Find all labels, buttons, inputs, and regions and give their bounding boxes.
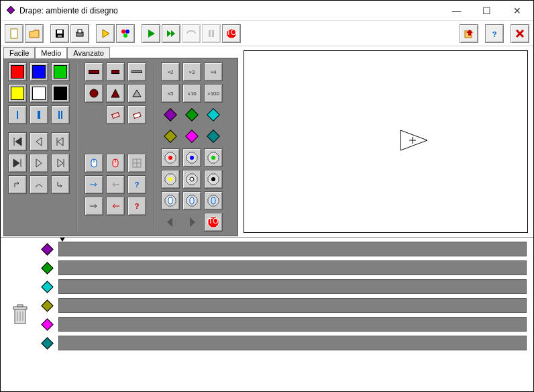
diamond-cyan[interactable] (204, 105, 223, 124)
shape-triangle-outline[interactable] (127, 84, 146, 103)
target-green[interactable] (204, 148, 223, 167)
rewind[interactable] (30, 132, 48, 151)
tab-avanzato[interactable]: Avanzato (67, 47, 110, 58)
help-red[interactable]: ? (127, 197, 146, 215)
track-diamond-icon[interactable] (40, 260, 54, 275)
track-diamond-icon[interactable] (40, 317, 54, 332)
stop-button[interactable]: STOP (222, 24, 241, 43)
turn-up-right[interactable] (8, 175, 27, 194)
mouse-oct-3[interactable] (204, 191, 223, 210)
save-button[interactable] (50, 24, 69, 43)
track-bar[interactable] (58, 298, 527, 313)
vline-1[interactable] (8, 105, 27, 124)
rewind-full[interactable] (8, 132, 27, 151)
forward-full[interactable] (8, 154, 27, 173)
pause-button[interactable] (202, 24, 221, 43)
fill-white[interactable] (30, 84, 48, 103)
track-bar[interactable] (58, 317, 527, 332)
fill-red[interactable] (8, 62, 27, 81)
mult-100[interactable]: ×100 (204, 84, 223, 103)
track-row[interactable] (40, 242, 527, 256)
maximize-button[interactable]: ☐ (472, 1, 502, 20)
fill-yellow[interactable] (8, 84, 27, 103)
shape-bar-2[interactable] (106, 62, 125, 81)
mouse-1[interactable] (85, 154, 103, 173)
mult-5[interactable]: ×5 (161, 84, 180, 103)
play-yellow-button[interactable] (96, 24, 115, 43)
turtle-cursor (397, 127, 431, 154)
mult-4[interactable]: ×4 (204, 62, 223, 81)
fill-blue[interactable] (30, 62, 48, 81)
rewind-step[interactable] (51, 132, 70, 151)
turn-down[interactable] (51, 175, 70, 194)
shape-bar-1[interactable] (85, 62, 103, 81)
mouse-oct-1[interactable] (161, 191, 180, 210)
exit-button[interactable] (511, 24, 529, 43)
forward-step[interactable] (51, 154, 70, 173)
nav-prev[interactable] (161, 213, 180, 232)
diamond-magenta[interactable] (182, 127, 201, 146)
vline-2[interactable] (30, 105, 48, 124)
track-row[interactable] (40, 279, 527, 294)
arrow-left-red[interactable] (106, 197, 125, 215)
track-diamond-icon[interactable] (40, 336, 54, 350)
target-white[interactable] (182, 170, 201, 189)
help-small[interactable]: ? (127, 175, 146, 194)
shape-triangle[interactable] (106, 84, 125, 103)
new-button[interactable] (5, 24, 23, 43)
close-button[interactable]: ✕ (502, 1, 532, 20)
diamond-purple[interactable] (161, 105, 180, 124)
mult-10[interactable]: ×10 (182, 84, 201, 103)
track-row[interactable] (40, 336, 527, 350)
stop-sign[interactable]: STOP (204, 213, 223, 232)
grid-4[interactable] (127, 154, 146, 173)
minimize-button[interactable]: — (441, 1, 472, 20)
fill-black[interactable] (51, 84, 70, 103)
help-button[interactable]: ? (485, 24, 504, 43)
loop-button[interactable] (182, 24, 201, 43)
drawing-canvas[interactable] (244, 50, 528, 233)
open-button[interactable] (25, 24, 44, 43)
export-button[interactable] (460, 24, 478, 43)
trash-icon[interactable] (11, 303, 30, 326)
mult-2[interactable]: ×2 (161, 62, 180, 81)
target-blue[interactable] (182, 148, 201, 167)
target-yellow[interactable] (161, 170, 180, 189)
track-row[interactable] (40, 317, 527, 332)
track-row[interactable] (40, 298, 527, 313)
eraser-1[interactable] (106, 105, 125, 124)
shape-bar-3[interactable] (127, 62, 146, 81)
track-bar[interactable] (58, 260, 527, 275)
track-diamond-icon[interactable] (40, 242, 54, 256)
forward[interactable] (30, 154, 48, 173)
track-row[interactable] (40, 260, 527, 275)
mult-3[interactable]: ×3 (182, 62, 201, 81)
track-bar[interactable] (58, 279, 527, 294)
track-diamond-icon[interactable] (40, 298, 54, 313)
fast-forward-button[interactable] (162, 24, 180, 43)
mouse-oct-2[interactable] (182, 191, 201, 210)
tab-facile[interactable]: Facile (3, 47, 35, 58)
track-bar[interactable] (58, 242, 527, 256)
target-red[interactable] (161, 148, 180, 167)
mouse-2[interactable] (106, 154, 125, 173)
vline-3[interactable] (51, 105, 70, 124)
diamond-olive[interactable] (161, 127, 180, 146)
nav-next[interactable] (182, 213, 201, 232)
fill-green[interactable] (51, 62, 70, 81)
print-button[interactable] (70, 24, 89, 43)
run-button[interactable] (142, 24, 160, 43)
turn-curve[interactable] (30, 175, 48, 194)
arrow-right-2[interactable] (85, 197, 103, 215)
eraser-2[interactable] (127, 105, 146, 124)
target-black[interactable] (204, 170, 223, 189)
arrow-left-gray[interactable] (106, 175, 125, 194)
track-diamond-icon[interactable] (40, 279, 54, 294)
diamond-green[interactable] (182, 105, 201, 124)
track-bar[interactable] (58, 336, 527, 350)
color-tool-button[interactable] (116, 24, 135, 43)
diamond-teal[interactable] (204, 127, 223, 146)
arrow-right-blue[interactable] (85, 175, 103, 194)
shape-circle[interactable] (85, 84, 103, 103)
tab-medio[interactable]: Medio (35, 47, 67, 58)
